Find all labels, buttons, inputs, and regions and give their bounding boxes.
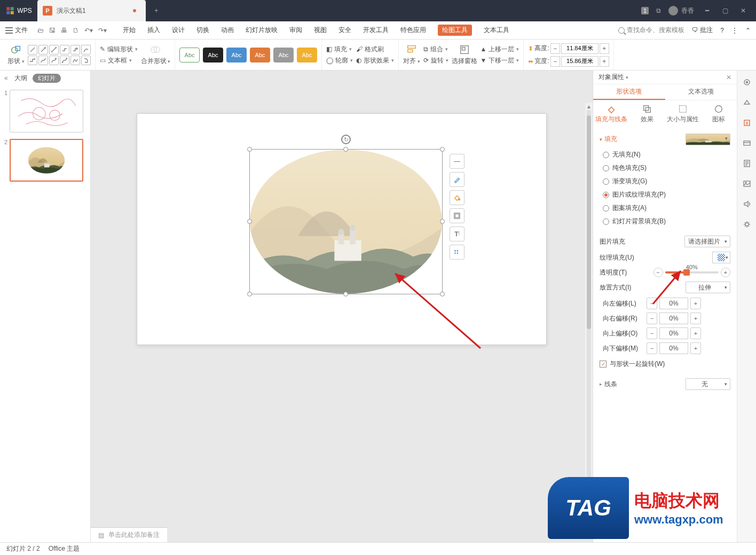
resize-handle-br[interactable]	[440, 292, 445, 296]
style-swatch-5[interactable]: Abc	[273, 48, 294, 62]
tab-security[interactable]: 安全	[338, 26, 351, 35]
collapse-outline-icon[interactable]: «	[4, 74, 8, 82]
tab-special[interactable]: 特色应用	[400, 26, 426, 35]
undo-button[interactable]: ↶▾	[84, 27, 93, 34]
width-plus[interactable]: +	[600, 56, 609, 67]
fill-slidebg-radio[interactable]: 幻灯片背景填充(B)	[603, 217, 730, 226]
edit-shape-button[interactable]: ✎ 编辑形状	[100, 45, 138, 54]
slide-canvas[interactable]: — T	[137, 113, 547, 345]
tab-dev[interactable]: 开发工具	[363, 26, 389, 35]
height-plus[interactable]: +	[600, 43, 609, 54]
fill-none-radio[interactable]: 无填充(N)	[603, 150, 730, 159]
subtab-effect[interactable]: 效果	[629, 100, 665, 127]
subtab-size[interactable]: 大小与属性	[665, 100, 701, 127]
rotate-button[interactable]: ⟳ 旋转	[423, 56, 448, 65]
resize-handle-tl[interactable]	[247, 147, 252, 152]
texture-dropdown[interactable]	[712, 252, 730, 263]
wps-home-button[interactable]: WPS	[0, 0, 37, 21]
rail-clipboard-icon[interactable]	[742, 118, 752, 128]
insert-shape-button[interactable]: 形状	[7, 44, 25, 66]
transparency-slider[interactable]: 40%	[665, 271, 719, 273]
pane-tab-text[interactable]: 文本选项	[665, 84, 737, 100]
rail-home-icon[interactable]	[742, 77, 752, 88]
width-minus[interactable]: −	[550, 56, 560, 67]
tab-review[interactable]: 审阅	[289, 26, 302, 35]
fill-gradient-radio[interactable]: 渐变填充(G)	[603, 177, 730, 186]
offset-left-plus[interactable]: +	[690, 298, 701, 309]
offset-top-plus[interactable]: +	[690, 327, 701, 339]
pane-title[interactable]: 对象属性	[598, 73, 628, 82]
text-tool-icon[interactable]: T	[450, 226, 464, 241]
tab-slideshow[interactable]: 幻灯片放映	[246, 26, 278, 35]
height-input[interactable]	[561, 43, 598, 54]
tab-draw-tools[interactable]: 绘图工具	[438, 25, 472, 36]
style-swatch-1[interactable]: Abc	[179, 48, 200, 62]
close-button[interactable]: ✕	[738, 5, 749, 16]
width-input[interactable]	[561, 56, 598, 67]
subtab-fill[interactable]: 填充与线条	[593, 100, 629, 127]
fill-solid-radio[interactable]: 纯色填充(S)	[603, 163, 730, 173]
extensions-icon[interactable]: ⧉	[656, 7, 661, 14]
pen-tool-icon[interactable]	[450, 172, 464, 187]
rail-sound-icon[interactable]	[742, 199, 752, 209]
print-preview-icon[interactable]: 🗋	[73, 27, 79, 34]
style-swatch-6[interactable]: Abc	[297, 48, 317, 62]
align-button[interactable]: 对齐	[403, 44, 420, 66]
outline-tab-slides[interactable]: 幻灯片	[33, 74, 61, 83]
redo-button[interactable]: ↷▾	[98, 27, 107, 34]
command-search[interactable]: 查找命令、搜索模板	[618, 26, 684, 35]
offset-top-input[interactable]	[659, 327, 688, 339]
shape-effect-button[interactable]: ◐ 形状效果	[356, 56, 394, 65]
tab-view[interactable]: 视图	[314, 26, 327, 35]
document-tab[interactable]: P 演示文稿1	[37, 0, 146, 21]
format-painter-button[interactable]: 🖌 格式刷	[356, 45, 394, 54]
canvas-area[interactable]: — T ▴▾ ▤ 单击此处添加备注	[91, 71, 593, 542]
transparency-plus[interactable]: +	[721, 268, 730, 277]
minimize-button[interactable]: ━	[702, 5, 712, 16]
line-style-dropdown[interactable]: 无	[686, 378, 730, 390]
style-swatch-3[interactable]: Abc	[226, 48, 247, 62]
resize-handle-l[interactable]	[247, 219, 252, 224]
pic-fill-dropdown[interactable]: 请选择图片	[684, 236, 730, 247]
outline-tab-outline[interactable]: 大纲	[14, 74, 27, 83]
tab-animation[interactable]: 动画	[221, 26, 234, 35]
placement-dropdown[interactable]: 拉伸	[686, 282, 730, 293]
style-swatch-2[interactable]: Abc	[203, 48, 223, 62]
fill-section-title[interactable]: 填充	[600, 135, 617, 144]
pane-tab-shape[interactable]: 形状选项	[593, 84, 665, 100]
save-icon[interactable]: 🖫	[49, 27, 56, 34]
print-icon[interactable]: 🖶	[61, 27, 67, 34]
notification-badge[interactable]: 1	[641, 7, 649, 14]
subtab-icon[interactable]: 图标	[701, 100, 737, 127]
resize-handle-t[interactable]	[343, 147, 348, 152]
rail-design-icon[interactable]	[742, 97, 752, 108]
line-section-title[interactable]: 线条	[604, 380, 617, 389]
style-swatch-4[interactable]: Abc	[250, 48, 270, 62]
offset-right-input[interactable]	[659, 312, 688, 324]
tab-home[interactable]: 开始	[123, 26, 136, 35]
collapse-ribbon-icon[interactable]: ⌃	[745, 27, 751, 34]
fill-tool-icon[interactable]	[450, 190, 464, 205]
shape-style-gallery[interactable]: Abc Abc Abc Abc Abc Abc	[179, 48, 317, 62]
offset-right-plus[interactable]: +	[690, 312, 701, 324]
maximize-button[interactable]: ▢	[720, 5, 730, 16]
resize-handle-bl[interactable]	[247, 292, 252, 296]
selected-shape[interactable]: — T	[249, 149, 443, 294]
file-menu[interactable]: 文件	[5, 26, 28, 35]
height-control[interactable]: ⬍高度: − +	[528, 43, 609, 54]
user-account[interactable]: 香香	[668, 6, 694, 15]
collapse-tools-icon[interactable]: —	[450, 154, 464, 169]
outline-button[interactable]: ◯ 轮廓	[326, 56, 353, 65]
new-tab-button[interactable]: +	[146, 0, 167, 21]
group-button[interactable]: ⧉ 组合	[423, 45, 448, 54]
offset-bottom-input[interactable]	[659, 342, 688, 354]
offset-left-input[interactable]	[659, 298, 688, 309]
more-icon[interactable]: ⋮	[731, 27, 738, 34]
resize-handle-b[interactable]	[343, 292, 348, 296]
tab-transition[interactable]: 切换	[196, 26, 209, 35]
line-shape-gallery[interactable]	[28, 45, 91, 65]
fill-picture-radio[interactable]: 图片或纹理填充(P)	[603, 190, 730, 199]
annotate-button[interactable]: 🗨 批注	[692, 26, 713, 35]
open-icon[interactable]: 🗁	[37, 27, 44, 34]
offset-left-minus[interactable]: −	[647, 298, 657, 309]
